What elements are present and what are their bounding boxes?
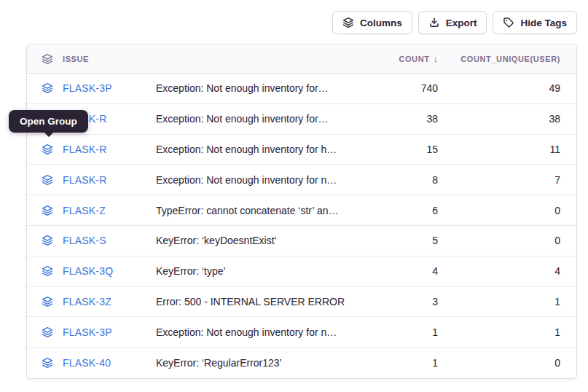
issue-cell: FLASK-Z xyxy=(27,205,156,216)
download-icon xyxy=(428,17,440,28)
issue-title: Exception: Not enough inventory for n… xyxy=(156,174,361,186)
issue-title: TypeError: cannot concatenate ‘str’ an… xyxy=(156,205,361,216)
table-row: FLASK-3Q KeyError: ‘type’ 4 4 xyxy=(27,256,576,287)
table-body: FLASK-3P Exception: Not enough inventory… xyxy=(27,74,576,378)
export-button[interactable]: Export xyxy=(418,11,487,34)
columns-button-label: Columns xyxy=(360,17,402,28)
issue-cell: FLASK-3P xyxy=(27,82,156,94)
count-value: 740 xyxy=(361,82,438,94)
count-unique-value: 1 xyxy=(438,296,576,307)
count-value: 1 xyxy=(361,357,438,369)
table-row: FLASK-3P Exception: Not enough inventory… xyxy=(27,74,576,104)
table-row: FLASK-Z TypeError: cannot concatenate ‘s… xyxy=(27,195,576,226)
column-header-count[interactable]: COUNT ↓ xyxy=(361,53,438,64)
count-unique-value: 49 xyxy=(438,82,576,94)
issue-id-link[interactable]: FLASK-S xyxy=(63,235,106,246)
count-value: 38 xyxy=(361,113,438,125)
issue-title: Exception: Not enough inventory for… xyxy=(156,113,361,125)
issue-id-link[interactable]: FLASK-3P xyxy=(63,82,112,94)
table-row: FLASK-R Exception: Not enough inventory … xyxy=(27,135,576,165)
layers-icon xyxy=(42,53,53,65)
column-header-count-unique[interactable]: COUNT_UNIQUE(USER) xyxy=(438,55,576,63)
count-column-label: COUNT xyxy=(399,55,429,63)
layers-icon xyxy=(342,17,354,28)
open-group-icon[interactable] xyxy=(42,235,53,246)
issue-cell: FLASK-40 xyxy=(27,357,156,369)
issue-column-label: ISSUE xyxy=(63,55,89,63)
count-value: 1 xyxy=(361,326,438,338)
count-value: 5 xyxy=(361,235,438,246)
open-group-icon[interactable] xyxy=(42,174,53,186)
table-header-row: ISSUE COUNT ↓ COUNT_UNIQUE(USER) xyxy=(27,44,576,74)
count-value: 3 xyxy=(361,296,438,307)
count-unique-value: 7 xyxy=(438,174,576,186)
table-row: FLASK-3Z Error: 500 - INTERNAL SERVER ER… xyxy=(27,287,576,318)
open-group-icon[interactable] xyxy=(42,82,53,94)
issue-cell: FLASK-S xyxy=(27,235,156,246)
open-group-icon[interactable] xyxy=(42,357,53,369)
count-value: 8 xyxy=(361,174,438,186)
toolbar: Columns Export Hide Tags xyxy=(332,11,577,34)
open-group-icon[interactable] xyxy=(42,205,53,216)
issue-id-link[interactable]: FLASK-3Q xyxy=(63,265,113,277)
count-unique-column-label: COUNT_UNIQUE(USER) xyxy=(460,55,560,63)
results-table: ISSUE COUNT ↓ COUNT_UNIQUE(USER) FLASK-3… xyxy=(26,44,577,379)
issue-id-link[interactable]: FLASK-3P xyxy=(63,326,112,338)
issue-title: Exception: Not enough inventory for… xyxy=(156,82,361,94)
open-group-icon[interactable] xyxy=(42,265,53,277)
issue-cell: FLASK-3P xyxy=(27,326,156,338)
count-unique-value: 0 xyxy=(438,205,576,216)
issue-id-link[interactable]: FLASK-40 xyxy=(63,357,111,369)
open-group-tooltip-label: Open Group xyxy=(20,116,77,127)
issue-cell: FLASK-3Q xyxy=(27,265,156,277)
hide-tags-button-label: Hide Tags xyxy=(520,17,567,28)
column-header-issue[interactable]: ISSUE xyxy=(27,53,156,65)
issue-cell: FLASK-R xyxy=(27,144,156,155)
issue-id-link[interactable]: FLASK-R xyxy=(63,174,107,186)
count-unique-value: 0 xyxy=(438,235,576,246)
hide-tags-button[interactable]: Hide Tags xyxy=(493,11,577,34)
issue-id-link[interactable]: FLASK-Z xyxy=(63,205,106,216)
count-unique-value: 38 xyxy=(438,113,576,125)
issue-title: KeyError: ‘keyDoesntExist’ xyxy=(156,235,361,246)
open-group-icon[interactable] xyxy=(42,326,53,338)
tag-icon xyxy=(503,17,514,28)
count-value: 6 xyxy=(361,205,438,216)
issue-title: Error: 500 - INTERNAL SERVER ERROR xyxy=(156,296,361,307)
issue-id-link[interactable]: FLASK-R xyxy=(63,144,107,155)
table-row: FLASK-R Exception: Not enough inventory … xyxy=(27,165,576,195)
count-value: 15 xyxy=(361,144,438,155)
export-button-label: Export xyxy=(446,17,477,28)
open-group-icon[interactable] xyxy=(42,144,53,155)
open-group-tooltip: Open Group xyxy=(9,110,88,133)
count-unique-value: 11 xyxy=(438,144,576,155)
issue-cell: FLASK-R xyxy=(27,174,156,186)
issue-title: Exception: Not enough inventory for h… xyxy=(156,144,361,155)
count-unique-value: 0 xyxy=(438,357,576,369)
count-value: 4 xyxy=(361,265,438,277)
issue-title: KeyError: ‘type’ xyxy=(156,265,361,277)
issue-title: KeyError: ‘RegularError123’ xyxy=(156,357,361,369)
table-row: FLASK-S KeyError: ‘keyDoesntExist’ 5 0 xyxy=(27,226,576,256)
columns-button[interactable]: Columns xyxy=(332,11,412,34)
count-unique-value: 4 xyxy=(438,265,576,277)
open-group-icon[interactable] xyxy=(42,296,53,307)
table-row: FLASK-3P Exception: Not enough inventory… xyxy=(27,317,576,348)
issue-cell: FLASK-3Z xyxy=(27,296,156,307)
issue-title: Exception: Not enough inventory for n… xyxy=(156,326,361,338)
count-unique-value: 1 xyxy=(438,326,576,338)
issue-id-link[interactable]: FLASK-3Z xyxy=(63,296,111,307)
table-row: FLASK-R Exception: Not enough inventory … xyxy=(27,104,576,135)
table-row: FLASK-40 KeyError: ‘RegularError123’ 1 0 xyxy=(27,348,576,378)
